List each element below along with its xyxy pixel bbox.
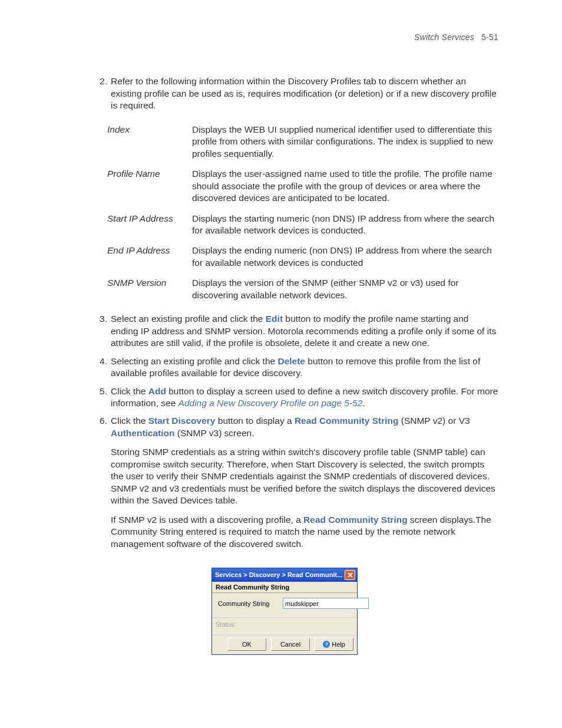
- header-page-num: 5-51: [481, 32, 498, 42]
- community-string-input[interactable]: [283, 598, 369, 609]
- step-body: Selecting an existing profile and click …: [111, 355, 498, 380]
- text: .: [362, 398, 365, 408]
- start-discovery-label: Start Discovery: [148, 416, 216, 426]
- def-term: SNMP Version: [107, 277, 192, 301]
- dialog-section-title: Read Community String: [212, 582, 357, 594]
- def-desc: Displays the version of the SNMP (either…: [192, 277, 498, 301]
- step-body: Refer to the following information withi…: [111, 75, 498, 111]
- step-number: 2.: [71, 75, 111, 111]
- text: Selecting an existing profile and click …: [111, 356, 277, 366]
- def-term: End IP Address: [107, 245, 192, 269]
- definition-table: Index Displays the WEB UI supplied numer…: [107, 124, 498, 301]
- def-desc: Displays the WEB UI supplied numerical i…: [192, 124, 498, 160]
- step-3: 3. Select an existing profile and click …: [71, 313, 498, 349]
- community-string-label: Community String: [218, 599, 277, 608]
- def-desc: Displays the user-assigned name used to …: [192, 168, 498, 204]
- def-row: SNMP Version Displays the version of the…: [107, 277, 498, 301]
- def-term: Index: [107, 124, 192, 160]
- paragraph: If SNMP v2 is used with a discovering pr…: [111, 514, 498, 550]
- button-label: OK: [242, 640, 252, 649]
- def-row: Profile Name Displays the user-assigned …: [107, 168, 498, 204]
- def-term: Profile Name: [107, 168, 192, 204]
- button-label: Help: [332, 640, 345, 649]
- dialog-button-bar: OK Cancel ? Help: [212, 635, 357, 654]
- text: If SNMP v2 is used with a discovering pr…: [111, 515, 303, 525]
- step-body: Click the Add button to display a screen…: [111, 386, 498, 410]
- help-icon: ?: [323, 641, 330, 648]
- step-6: 6. Click the Start Discovery button to d…: [71, 415, 498, 557]
- text: Click the: [111, 386, 148, 396]
- def-desc: Displays the ending numeric (non DNS) IP…: [192, 245, 498, 269]
- ok-button[interactable]: OK: [227, 638, 266, 651]
- step-number: 3.: [71, 313, 111, 349]
- text: Click the: [111, 416, 148, 426]
- dialog-field-row: Community String: [212, 593, 357, 617]
- edit-label: Edit: [266, 314, 283, 324]
- authentication-label: Authentication: [111, 428, 175, 438]
- step-4: 4. Selecting an existing profile and cli…: [71, 355, 498, 380]
- add-label: Add: [148, 386, 166, 396]
- step-number: 5.: [71, 386, 111, 410]
- read-community-label: Read Community String: [295, 416, 399, 426]
- dialog-read-community: Services > Discovery > Read Communit... …: [211, 568, 358, 655]
- header-title: Switch Services: [414, 32, 474, 42]
- page-header: Switch Services 5-51: [71, 32, 498, 42]
- cancel-button[interactable]: Cancel: [271, 638, 310, 651]
- close-icon[interactable]: [345, 570, 355, 580]
- document-page: Switch Services 5-51 2. Refer to the fol…: [0, 0, 562, 690]
- text: (SNMP v3) screen.: [175, 428, 254, 438]
- def-desc: Displays the starting numeric (non DNS) …: [192, 213, 498, 237]
- text: button to display a: [215, 416, 294, 426]
- xref-link[interactable]: Adding a New Discovery Profile on page 5…: [178, 398, 363, 408]
- def-term: Start IP Address: [107, 213, 192, 237]
- def-row: Index Displays the WEB UI supplied numer…: [107, 124, 498, 160]
- button-label: Cancel: [280, 640, 300, 649]
- step-number: 4.: [71, 355, 111, 380]
- text: Select an existing profile and click the: [111, 314, 266, 324]
- step-5: 5. Click the Add button to display a scr…: [71, 386, 498, 410]
- step-body: Click the Start Discovery button to disp…: [111, 415, 498, 557]
- delete-label: Delete: [277, 356, 305, 366]
- step-body: Select an existing profile and click the…: [111, 313, 498, 349]
- text: (SNMP v2) or V3: [398, 416, 470, 426]
- step-number: 6.: [71, 415, 111, 557]
- help-button[interactable]: ? Help: [315, 638, 353, 651]
- paragraph: Storing SNMP credentials as a string wit…: [111, 446, 498, 506]
- dialog-title: Services > Discovery > Read Communit...: [215, 571, 342, 579]
- read-community-label: Read Community String: [303, 515, 408, 525]
- def-row: End IP Address Displays the ending numer…: [107, 245, 498, 269]
- step-2: 2. Refer to the following information wi…: [71, 75, 498, 111]
- dialog-titlebar[interactable]: Services > Discovery > Read Communit...: [212, 568, 357, 582]
- dialog-status: Status:: [212, 617, 357, 635]
- def-row: Start IP Address Displays the starting n…: [107, 213, 498, 237]
